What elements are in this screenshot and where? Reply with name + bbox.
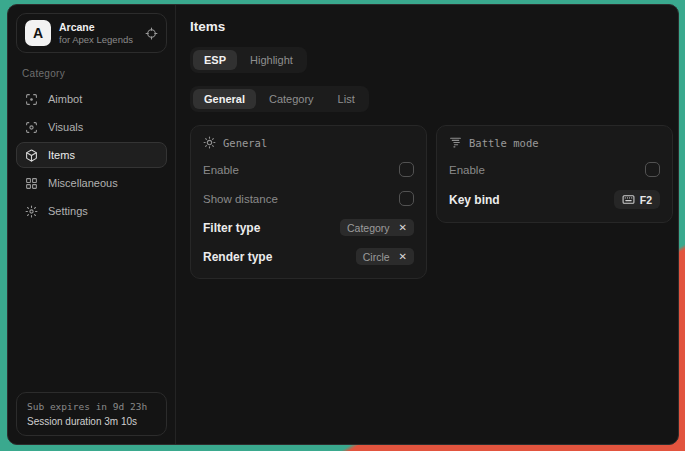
show-distance-checkbox[interactable] xyxy=(399,191,414,206)
view-tab-group: General Category List xyxy=(190,86,369,112)
subscription-info-card: Sub expires in 9d 23h Session duration 3… xyxy=(16,392,167,436)
sidebar-item-label: Visuals xyxy=(48,121,83,133)
panel-title: General xyxy=(223,137,267,149)
crosshair-icon[interactable] xyxy=(145,27,158,40)
render-type-select[interactable]: Circle ✕ xyxy=(356,248,414,265)
setting-label: Enable xyxy=(203,164,239,176)
app-subtitle: for Apex Legends xyxy=(59,34,133,45)
sub-expires-text: Sub expires in 9d 23h xyxy=(27,401,156,412)
clear-icon[interactable]: ✕ xyxy=(399,252,407,262)
setting-label: Show distance xyxy=(203,193,278,205)
tab-category[interactable]: Category xyxy=(258,89,325,109)
setting-row-filter-type: Filter type Category ✕ xyxy=(203,219,414,236)
general-panel-header: General xyxy=(203,136,414,149)
sidebar: A Arcane for Apex Legends Category Aimbo… xyxy=(8,5,176,444)
gear-icon xyxy=(25,205,38,218)
scan-eye-icon xyxy=(25,121,38,134)
sidebar-item-label: Aimbot xyxy=(48,93,82,105)
filter-type-select[interactable]: Category ✕ xyxy=(340,219,414,236)
tab-general[interactable]: General xyxy=(193,89,256,109)
setting-row-render-type: Render type Circle ✕ xyxy=(203,248,414,265)
grid-icon xyxy=(25,177,38,190)
app-meta: Arcane for Apex Legends xyxy=(59,21,133,45)
setting-row-show-distance: Show distance xyxy=(203,190,414,207)
mode-tab-group: ESP Highlight xyxy=(190,47,307,73)
setting-label: Filter type xyxy=(203,221,260,235)
setting-label: Render type xyxy=(203,250,272,264)
session-duration-text: Session duration 3m 10s xyxy=(27,416,156,427)
sidebar-nav: Aimbot Visuals Items xyxy=(8,86,175,224)
sidebar-item-label: Settings xyxy=(48,205,88,217)
general-panel: General Enable Show distance Filter type… xyxy=(190,125,427,279)
sidebar-item-visuals[interactable]: Visuals xyxy=(16,114,167,140)
enable-checkbox[interactable] xyxy=(399,162,414,177)
sidebar-item-aimbot[interactable]: Aimbot xyxy=(16,86,167,112)
page-title: Items xyxy=(190,19,673,34)
app-name: Arcane xyxy=(59,21,133,33)
panel-title: Battle mode xyxy=(469,137,539,149)
sidebar-item-settings[interactable]: Settings xyxy=(16,198,167,224)
battle-mode-panel: Battle mode Enable Key bind F2 xyxy=(436,125,673,223)
sun-icon xyxy=(203,136,216,149)
sidebar-item-label: Items xyxy=(48,149,75,161)
key-bind-button[interactable]: F2 xyxy=(614,190,660,209)
package-icon xyxy=(25,149,38,162)
setting-label: Key bind xyxy=(449,193,500,207)
battle-enable-checkbox[interactable] xyxy=(645,162,660,177)
sidebar-item-miscellaneous[interactable]: Miscellaneous xyxy=(16,170,167,196)
setting-row-enable: Enable xyxy=(203,161,414,178)
sidebar-item-label: Miscellaneous xyxy=(48,177,118,189)
key-bind-value: F2 xyxy=(640,194,652,206)
app-logo: A xyxy=(25,20,51,46)
tab-esp[interactable]: ESP xyxy=(193,50,237,70)
category-section-label: Category xyxy=(22,68,161,79)
setting-row-key-bind: Key bind F2 xyxy=(449,190,660,209)
setting-label: Enable xyxy=(449,164,485,176)
selected-value: Circle xyxy=(363,251,390,263)
battle-mode-panel-header: Battle mode xyxy=(449,136,660,149)
tab-list[interactable]: List xyxy=(327,89,366,109)
tab-highlight[interactable]: Highlight xyxy=(239,50,304,70)
setting-row-enable: Enable xyxy=(449,161,660,178)
app-window: A Arcane for Apex Legends Category Aimbo… xyxy=(7,4,679,445)
clear-icon[interactable]: ✕ xyxy=(399,223,407,233)
app-header-card: A Arcane for Apex Legends xyxy=(16,13,167,53)
keyboard-icon xyxy=(622,193,635,206)
tornado-icon xyxy=(449,136,462,149)
sidebar-item-items[interactable]: Items xyxy=(16,142,167,168)
crosshair-icon xyxy=(25,93,38,106)
selected-value: Category xyxy=(347,222,390,234)
panels-row: General Enable Show distance Filter type… xyxy=(190,125,673,279)
main-content: Items ESP Highlight General Category Lis… xyxy=(176,5,679,444)
